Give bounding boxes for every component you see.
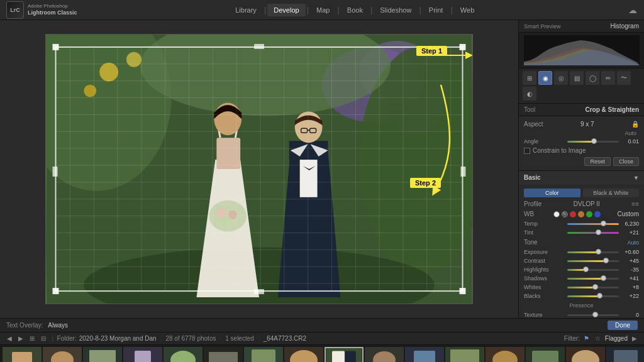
constrain-checkbox[interactable] xyxy=(524,148,530,154)
tone-auto[interactable]: Auto xyxy=(627,239,639,246)
filmstrip-item-selected[interactable] xyxy=(325,347,364,363)
highlights-label: Highlights xyxy=(524,266,565,273)
image-container[interactable]: Step 1 Step 2 xyxy=(0,20,518,318)
filmstrip-item[interactable] xyxy=(405,347,444,363)
cloud-icon[interactable]: ☁ xyxy=(626,4,639,16)
wedding-photo: Step 1 Step 2 xyxy=(45,34,473,304)
contrast-thumb[interactable] xyxy=(603,258,609,263)
highlights-slider[interactable] xyxy=(567,269,619,271)
nav-web[interactable]: Web xyxy=(454,4,480,16)
hsl-icon[interactable]: ◐ xyxy=(523,87,536,101)
next-image-icon[interactable]: ▶ xyxy=(16,334,25,343)
filmstrip-item[interactable] xyxy=(526,347,565,363)
shadows-thumb[interactable] xyxy=(601,275,606,281)
tint-slider[interactable] xyxy=(567,232,619,234)
exposure-thumb[interactable] xyxy=(596,249,601,255)
crop-tool-icon[interactable]: ⊞ xyxy=(523,71,536,85)
auto-label[interactable]: Auto xyxy=(625,130,636,136)
texture-thumb[interactable] xyxy=(592,312,598,317)
radial-filter-icon[interactable]: ◯ xyxy=(586,71,599,85)
wb-dot-white[interactable] xyxy=(553,211,560,217)
blacks-slider[interactable] xyxy=(567,295,619,297)
graduated-filter-icon[interactable]: ▤ xyxy=(570,71,584,85)
nav-slideshow[interactable]: Slideshow xyxy=(374,4,418,16)
aspect-label: Aspect xyxy=(524,121,543,128)
nav-map[interactable]: Map xyxy=(310,4,336,16)
filmstrip-item[interactable] xyxy=(606,347,644,363)
logo-icon: LrC xyxy=(6,1,24,19)
texture-slider[interactable] xyxy=(567,314,619,316)
done-btn[interactable]: Done xyxy=(608,321,638,330)
nav-menu: Library | Develop | Map | Book | Slidesh… xyxy=(84,4,626,16)
color-btn[interactable]: Color xyxy=(524,189,580,197)
contrast-slider[interactable] xyxy=(567,260,619,262)
wb-dot-orange[interactable] xyxy=(578,211,584,217)
filmstrip-item[interactable] xyxy=(445,347,484,363)
angle-slider-thumb[interactable] xyxy=(591,138,597,144)
filmstrip-item[interactable] xyxy=(284,347,323,363)
svg-rect-97 xyxy=(414,351,435,363)
filmstrip-item[interactable] xyxy=(244,347,283,363)
tool-label: Tool xyxy=(524,106,535,113)
adjustment-brush-icon[interactable]: ✏ xyxy=(601,71,615,85)
compare-icon[interactable]: ⊟ xyxy=(39,334,48,343)
wb-dot-green[interactable] xyxy=(586,211,592,217)
wb-value[interactable]: Custom xyxy=(618,211,639,217)
profile-icon[interactable]: ≡≡ xyxy=(631,200,639,207)
grid-icon[interactable]: ⊞ xyxy=(28,334,36,343)
temp-thumb[interactable] xyxy=(601,221,606,226)
filter-chevron-icon[interactable]: ▶ xyxy=(630,334,639,343)
filmstrip-item[interactable] xyxy=(486,347,525,363)
angle-slider-track[interactable] xyxy=(567,141,619,143)
blacks-thumb[interactable] xyxy=(597,293,602,299)
filmstrip-item[interactable] xyxy=(123,347,162,363)
wb-dot-eyedropper[interactable]: ✎ xyxy=(562,211,568,217)
whites-thumb[interactable] xyxy=(592,284,598,290)
prev-image-icon[interactable]: ◀ xyxy=(5,334,14,343)
wb-dot-red[interactable] xyxy=(570,211,576,217)
filmstrip-item[interactable] xyxy=(365,347,404,363)
aspect-value[interactable]: 9 x 7 xyxy=(580,121,594,128)
shadows-slider[interactable] xyxy=(567,278,619,280)
tint-thumb[interactable] xyxy=(596,229,601,235)
nav-library[interactable]: Library xyxy=(229,4,263,16)
exposure-slider[interactable] xyxy=(567,251,619,253)
crop-section: Aspect 9 x 7 🔒 Auto Angle 0.01 xyxy=(519,116,644,171)
filmstrip-item[interactable] xyxy=(164,347,203,363)
tone-curve-icon[interactable]: 〜 xyxy=(617,71,631,85)
status-left: Text Overlay: Always xyxy=(6,322,68,329)
app-logo: LrC Adobe Photoshop Lightroom Classic xyxy=(0,1,84,19)
contrast-label: Contrast xyxy=(524,258,565,264)
nav-book[interactable]: Book xyxy=(341,4,369,16)
shadows-label: Shadows xyxy=(524,275,565,282)
filter-value[interactable]: Flagged xyxy=(605,335,628,342)
crop-close-btn[interactable]: Close xyxy=(613,157,639,166)
nav-develop[interactable]: Develop xyxy=(267,4,305,16)
nav-print[interactable]: Print xyxy=(423,4,450,16)
filter-flag-icon[interactable]: ⚑ xyxy=(582,334,591,343)
whites-slider[interactable] xyxy=(567,287,619,288)
redeye-icon[interactable]: ◎ xyxy=(554,71,568,85)
spot-removal-icon[interactable]: ◉ xyxy=(538,71,552,85)
filmstrip-item[interactable] xyxy=(204,347,243,363)
crop-reset-btn[interactable]: Reset xyxy=(584,157,611,166)
highlights-thumb[interactable] xyxy=(583,266,589,272)
wb-dot-blue[interactable] xyxy=(594,211,601,217)
basic-section-header[interactable]: Basic ▼ xyxy=(519,171,644,184)
blacks-fill xyxy=(567,295,598,297)
svg-rect-93 xyxy=(345,351,356,362)
filmstrip-item[interactable] xyxy=(83,347,122,363)
folder-value[interactable]: 2020-8-23 Morgan and Dan xyxy=(79,335,157,342)
bw-btn[interactable]: Black & White xyxy=(583,189,640,197)
histogram-tab[interactable]: Histogram xyxy=(610,23,639,30)
profile-value[interactable]: DVLOP II xyxy=(574,200,600,207)
angle-row: Angle 0.01 xyxy=(524,137,639,146)
temp-slider[interactable] xyxy=(567,223,619,225)
lock-icon[interactable]: 🔒 xyxy=(631,121,639,128)
filmstrip-item[interactable] xyxy=(43,347,82,363)
filmstrip-item[interactable] xyxy=(3,347,42,363)
svg-rect-103 xyxy=(532,351,558,363)
filter-star-icon[interactable]: ☆ xyxy=(594,334,602,343)
filmstrip-item[interactable] xyxy=(566,347,605,363)
nav-bar: ◀ ▶ ⊞ ⊟ | Folder: 2020-8-23 Morgan and D… xyxy=(0,332,644,344)
